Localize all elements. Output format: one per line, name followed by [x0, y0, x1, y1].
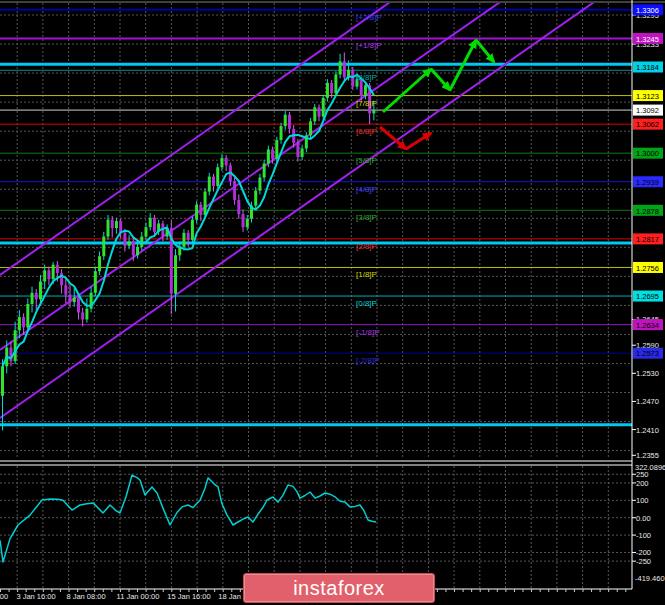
bear-candle-body [47, 270, 50, 279]
time-label: 15 Jan 16:00 [167, 592, 210, 601]
murrey-label: [+2/8]P [356, 13, 382, 22]
moving-average-line [3, 75, 374, 367]
bull-candle-body [73, 297, 76, 302]
bull-candle-body [191, 220, 194, 240]
bullish-arrow [431, 69, 450, 90]
bear-candle-body [64, 285, 67, 294]
bull-candle-body [18, 317, 21, 330]
bear-candle-body [212, 177, 215, 186]
murrey-label: [-2/8]P [356, 356, 380, 365]
bull-candle-body [334, 74, 337, 93]
bull-candle-body [280, 126, 283, 140]
murrey-label: [+1/8]P [356, 41, 382, 50]
bull-candle-body [301, 148, 304, 156]
bull-candle-body [136, 247, 139, 255]
bull-candle-body [313, 107, 316, 121]
bear-candle-body [237, 200, 240, 214]
bear-candle-body [242, 214, 245, 227]
watermark-text: instaforex [293, 577, 385, 600]
murrey-label: [8/8]P [356, 73, 377, 82]
bull-candle-body [14, 330, 17, 361]
bull-candle-body [254, 191, 257, 206]
bull-candle-body [195, 205, 198, 220]
forex-chart-screenshot: 1.32951.32331.26451.25901.25301.24701.24… [0, 0, 665, 605]
price-axis: 1.32951.32331.26451.25901.25301.24701.24… [632, 4, 663, 460]
bull-candle-body [26, 304, 29, 327]
bear-candle-body [56, 265, 59, 273]
bear-candle-body [77, 297, 80, 312]
price-badge-label: 1.3092 [636, 106, 659, 115]
bull-candle-body [52, 265, 55, 280]
bear-candle-body [233, 181, 236, 200]
bear-candle-body [132, 241, 135, 255]
bear-candle-body [351, 70, 354, 87]
murrey-label: [2/8]P [356, 242, 377, 251]
bear-candle-body [111, 220, 114, 228]
bull-candle-body [258, 178, 261, 191]
bull-candle-body [39, 282, 42, 300]
bull-candle-body [43, 270, 46, 281]
bear-candle-body [225, 158, 228, 165]
murrey-label: [4/8]P [356, 185, 377, 194]
bear-candle-body [69, 295, 72, 302]
price-badge-label: 1.2817 [636, 235, 659, 244]
instaforex-watermark: instaforex [243, 573, 435, 603]
bull-candle-body [174, 255, 177, 293]
bull-candle-body [263, 163, 266, 177]
price-badge-label: 1.3245 [636, 35, 659, 44]
indicator-tick-label: -100 [636, 531, 651, 540]
moving-average [3, 75, 374, 367]
bull-candle-body [326, 83, 329, 98]
bull-candle-body [182, 233, 185, 247]
indicator-axis: 322.0896-419.4602502001000.00-100-200-25… [632, 463, 665, 583]
time-label: 00 [0, 592, 8, 601]
murrey-label: [3/8]P [356, 213, 377, 222]
bull-candle-body [98, 256, 101, 271]
price-badge-label: 1.3000 [636, 149, 659, 158]
price-badge-label: 1.2878 [636, 207, 659, 216]
price-badge-label: 1.2939 [636, 178, 659, 187]
price-tick-label: 1.2410 [636, 426, 659, 435]
murrey-label: [-1/8]P [356, 328, 380, 337]
price-tick-label: 1.2470 [636, 397, 659, 406]
bull-candle-body [246, 219, 249, 227]
price-badge-label: 1.2573 [636, 349, 659, 358]
bull-candle-body [115, 221, 118, 228]
bullish-arrow [383, 69, 431, 112]
bull-candle-body [128, 241, 131, 246]
bear-candle-body [271, 149, 274, 158]
bull-candle-body [364, 85, 367, 96]
bear-candle-body [22, 317, 25, 327]
bull-candle-body [1, 366, 4, 396]
time-label: 3 Jan 16:00 [16, 592, 55, 601]
price-badge-label: 1.2634 [636, 321, 659, 330]
bull-candle-body [339, 61, 342, 74]
bull-candle-body [275, 140, 278, 159]
bull-candle-body [220, 158, 223, 167]
bull-candle-body [372, 110, 375, 113]
price-badge-label: 1.2756 [636, 264, 659, 273]
bear-candle-body [153, 218, 156, 232]
oscillator-polyline [0, 475, 376, 562]
indicator-tick-label: 100 [636, 496, 649, 505]
bullish-arrow [476, 40, 494, 62]
indicator-tick-label: -250 [636, 557, 651, 566]
forecast-arrows [380, 40, 494, 149]
price-badge-label: 1.3062 [636, 120, 659, 129]
bear-candle-body [288, 115, 291, 129]
bearish-arrow [406, 133, 431, 149]
price-badge-label: 1.3184 [636, 63, 659, 72]
bear-candle-body [330, 83, 333, 93]
price-tick-label: 1.2530 [636, 369, 659, 378]
bull-candle-body [208, 177, 211, 192]
bull-candle-body [267, 149, 270, 163]
bull-candle-body [94, 271, 97, 293]
bull-candle-body [31, 293, 34, 304]
bull-candle-body [85, 309, 88, 320]
indicator-tick-label: 250 [636, 470, 649, 479]
bull-candle-body [322, 98, 325, 117]
bull-candle-body [107, 220, 110, 237]
bear-candle-body [296, 143, 299, 157]
murrey-label: [1/8]P [356, 270, 377, 279]
murrey-label: [7/8]P [356, 99, 377, 108]
